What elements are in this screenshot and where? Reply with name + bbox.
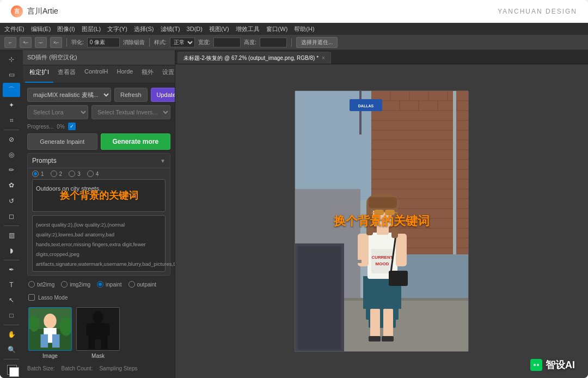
mask-thumbnail[interactable]: [76, 307, 120, 351]
negative-prompt-text: (worst quality:2),(low quality:2),(norma…: [36, 222, 175, 267]
menu-file[interactable]: 文件(E): [4, 25, 24, 33]
mask-thumb-label: Mask: [91, 353, 105, 359]
watermark-badge: 智设AI: [530, 358, 575, 371]
sd-tab-detect[interactable]: 检定扩I: [25, 65, 53, 83]
menu-window[interactable]: 窗口(W): [266, 25, 288, 33]
menu-help[interactable]: 帮助(H): [294, 25, 314, 33]
lasso-tool-icon[interactable]: ⌐: [4, 37, 16, 48]
prompt-tab-1[interactable]: 1: [32, 170, 44, 177]
gradient-icon[interactable]: ▥: [3, 228, 20, 242]
menu-image[interactable]: 图像(I): [57, 25, 75, 33]
mode-outpaint[interactable]: outpaint: [128, 281, 157, 288]
radio-txt2img-icon: [28, 281, 35, 288]
generate-more-button[interactable]: Generate more: [101, 133, 171, 150]
svg-rect-52: [298, 246, 341, 350]
menu-edit[interactable]: 编辑(E): [31, 25, 51, 33]
thumb-row: Image: [27, 305, 170, 361]
sampling-steps-label: Sampling Steps: [99, 365, 137, 371]
clone-stamp-icon[interactable]: ✿: [3, 178, 20, 192]
model-select[interactable]: majicMIX realistic 麦橘...: [27, 88, 111, 102]
progress-value: 0%: [57, 124, 64, 130]
feather-input[interactable]: [87, 38, 120, 47]
foreground-color-icon[interactable]: [3, 362, 20, 376]
ps-left-tools: ⊹ ▭ ⌒ ✦ ⌗ ⊘ ◎ ✏ ✿ ↺ ◻ ▥ ◗ ✒ T ↖ □: [0, 50, 23, 378]
doc-tab-main[interactable]: 未标题-2-恢复的 @ 67.2% (output_image.png, RGB…: [177, 52, 331, 64]
radio-4-icon: [87, 170, 94, 177]
menu-text[interactable]: 文字(Y): [107, 25, 127, 33]
mode-txt2img[interactable]: txt2img: [28, 281, 54, 288]
zoom-icon[interactable]: 🔍: [3, 343, 20, 357]
eyedropper-icon[interactable]: ⊘: [3, 132, 20, 147]
prompt-tab-2[interactable]: 2: [51, 170, 63, 177]
crop-icon[interactable]: ⌗: [3, 113, 20, 127]
lasso-mode-checkbox[interactable]: [28, 294, 35, 301]
history-brush-icon[interactable]: ↺: [3, 194, 20, 208]
add-tool-icon[interactable]: +⌐: [20, 37, 32, 48]
prompt-tab-2-label: 2: [59, 171, 63, 177]
svg-rect-66: [396, 234, 407, 266]
batch-info-row: Batch Size: Batch Count: Sampling Steps: [27, 364, 170, 373]
heal-icon[interactable]: ◎: [3, 148, 20, 162]
sd-tab-viewer[interactable]: 查看器: [53, 65, 80, 83]
negative-prompt-area[interactable]: (worst quality:2),(low quality:2),(norma…: [32, 215, 166, 272]
watermark-text: 智设AI: [546, 358, 575, 371]
select-rect-icon[interactable]: ▭: [3, 68, 20, 82]
menu-3d[interactable]: 3D(D): [187, 26, 203, 32]
menu-select[interactable]: 选择(S): [134, 25, 154, 33]
blur-icon[interactable]: ◗: [3, 243, 20, 258]
svg-text:DALLAS: DALLAS: [358, 104, 374, 108]
path-select-icon[interactable]: ↖: [3, 293, 20, 307]
lasso-icon[interactable]: ⌒: [3, 83, 20, 97]
prompts-header[interactable]: Prompts ▼: [28, 154, 170, 168]
positive-prompt-area[interactable]: Outdoors on city streets, 换个背景的关键词: [32, 179, 166, 212]
tool-divider5: [4, 359, 19, 359]
textual-select[interactable]: Select Textual Invers...: [91, 105, 170, 119]
menu-plugins[interactable]: 增效工具: [236, 25, 260, 33]
sd-tab-controlh[interactable]: ControlH: [80, 65, 112, 83]
sd-tab-horde[interactable]: Horde: [112, 65, 137, 83]
magic-wand-icon[interactable]: ✦: [3, 98, 20, 112]
prompt-tab-3[interactable]: 3: [69, 170, 81, 177]
radio-inpaint-icon: [97, 281, 103, 288]
refresh-button[interactable]: Refresh: [114, 88, 148, 102]
pen-icon[interactable]: ✒: [3, 263, 20, 277]
mode-img2img[interactable]: img2img: [61, 281, 90, 288]
ps-canvas-area: 未标题-2-恢复的 @ 67.2% (output_image.png, RGB…: [175, 50, 588, 378]
sub-tool-icon[interactable]: -⌐: [35, 37, 47, 48]
menu-filter[interactable]: 滤镜(T): [161, 25, 180, 33]
sd-tab-extra[interactable]: 额外: [137, 65, 158, 83]
style-select[interactable]: 正常: [170, 38, 195, 47]
eraser-icon[interactable]: ◻: [3, 209, 20, 223]
height-label: 高度:: [244, 39, 256, 46]
mode-inpaint[interactable]: inpaint: [97, 281, 121, 288]
mask-thumb-item: Mask: [76, 307, 120, 359]
menu-layer[interactable]: 图层(L): [82, 25, 101, 33]
svg-line-78: [371, 212, 374, 213]
svg-rect-60: [382, 336, 394, 342]
doc-tab-close-icon[interactable]: ×: [322, 55, 325, 61]
move-tool-icon[interactable]: ⊹: [3, 52, 20, 66]
brush-icon[interactable]: ✏: [3, 163, 20, 177]
height-input[interactable]: [260, 38, 287, 47]
svg-point-9: [93, 311, 103, 324]
intersect-tool-icon[interactable]: ×⌐: [50, 37, 62, 48]
menu-view[interactable]: 视图(V): [209, 25, 229, 33]
prompt-tab-4[interactable]: 4: [87, 170, 99, 177]
width-input[interactable]: [213, 38, 241, 47]
prompt-tab-3-label: 3: [77, 171, 81, 177]
sd-tab-settings[interactable]: 设置: [158, 65, 175, 83]
lora-row: Select Lora Select Textual Invers...: [27, 105, 170, 119]
update-button[interactable]: Update: [151, 88, 175, 102]
image-thumbnail[interactable]: [28, 307, 72, 351]
hand-icon[interactable]: ✋: [3, 327, 20, 342]
select-mask-button[interactable]: 选择并遮住...: [296, 37, 338, 48]
lora-select[interactable]: Select Lora: [27, 105, 88, 119]
text-icon[interactable]: T: [3, 278, 20, 292]
svg-rect-46: [359, 91, 362, 135]
generate-buttons-row: Generate Inpaint Generate more: [27, 133, 170, 150]
svg-rect-58: [383, 309, 393, 339]
prompt-tab-1-label: 1: [41, 171, 44, 177]
svg-rect-14: [105, 324, 110, 335]
generate-inpaint-button[interactable]: Generate Inpaint: [27, 133, 97, 150]
shape-icon[interactable]: □: [3, 308, 20, 322]
